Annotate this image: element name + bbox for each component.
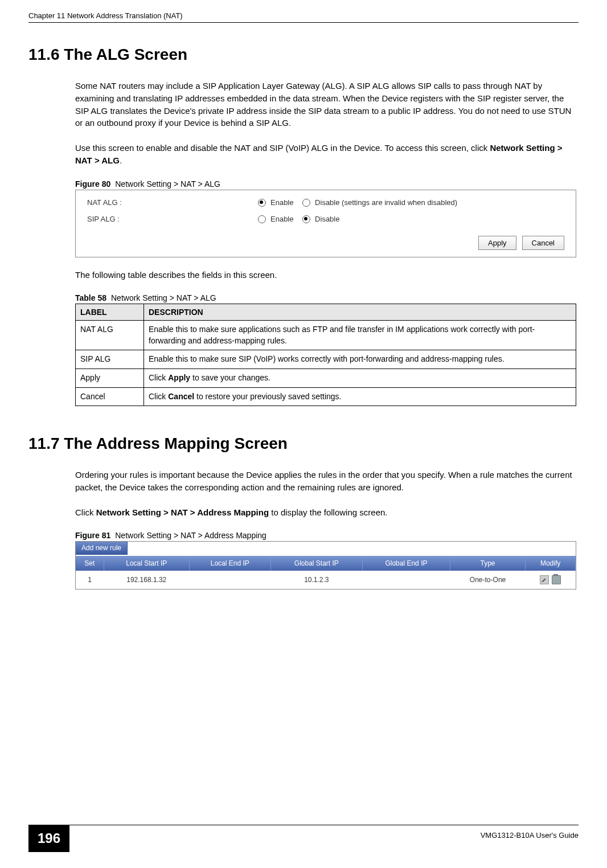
col-type: Type xyxy=(450,556,525,571)
delete-icon[interactable] xyxy=(552,575,561,584)
section-11-7-para2: Click Network Setting > NAT > Address Ma… xyxy=(75,506,579,519)
cell-global-end xyxy=(362,571,450,589)
col-set: Set xyxy=(76,556,104,571)
cell-modify xyxy=(526,571,576,589)
table-58-caption-text: Network Setting > NAT > ALG xyxy=(111,293,216,302)
cell-desc: Click Cancel to restore your previously … xyxy=(144,387,576,406)
section-11-7-para1: Ordering your rules is important because… xyxy=(75,469,579,494)
table-row: Apply Click Apply to save your changes. xyxy=(76,369,576,388)
nat-alg-enable-radio[interactable] xyxy=(258,199,266,207)
t: Click xyxy=(149,392,168,401)
cell-label: SIP ALG xyxy=(76,350,144,369)
cell-global-start: 10.1.2.3 xyxy=(270,571,362,589)
nat-alg-disable-radio[interactable] xyxy=(302,199,310,207)
table-58-caption: Table 58Network Setting > NAT > ALG xyxy=(75,293,579,302)
table-row: Cancel Click Cancel to restore your prev… xyxy=(76,387,576,406)
cell-label: Cancel xyxy=(76,387,144,406)
nat-alg-enable-text: Enable xyxy=(270,198,293,207)
page-number: 196 xyxy=(28,825,69,852)
col-local-end: Local End IP xyxy=(189,556,270,571)
cell-local-end xyxy=(189,571,270,589)
para-pre: Click xyxy=(75,507,96,517)
table-row: NAT ALG Enable this to make sure applica… xyxy=(76,321,576,350)
sip-alg-label: SIP ALG : xyxy=(87,215,258,223)
section-11-7-title: 11.7 The Address Mapping Screen xyxy=(28,435,579,453)
figure-81: Add new rule Set Local Start IP Local En… xyxy=(75,541,576,589)
col-global-start: Global Start IP xyxy=(270,556,362,571)
section-11-6-para1: Some NAT routers may include a SIP Appli… xyxy=(75,80,579,129)
figure-81-caption-text: Network Setting > NAT > Address Mapping xyxy=(115,531,266,540)
section-11-6-para2: Use this screen to enable and disable th… xyxy=(75,142,579,167)
para-post: to display the following screen. xyxy=(269,507,387,517)
table-row: 1 192.168.1.32 10.1.2.3 One-to-One xyxy=(76,571,576,589)
col-global-end: Global End IP xyxy=(362,556,450,571)
nat-alg-label: NAT ALG : xyxy=(87,198,258,207)
section-11-6-title: 11.6 The ALG Screen xyxy=(28,46,579,64)
running-header: Chapter 11 Network Address Translation (… xyxy=(28,11,579,23)
t: to save your changes. xyxy=(190,373,270,382)
table-58-intro: The following table describes the fields… xyxy=(75,269,579,281)
cell-desc: Click Apply to save your changes. xyxy=(144,369,576,388)
page-footer: 196 VMG1312-B10A User's Guide xyxy=(0,825,607,852)
cell-desc: Enable this to make sure SIP (VoIP) work… xyxy=(144,350,576,369)
t: Apply xyxy=(168,373,190,382)
para-bold: Network Setting > NAT > Address Mapping xyxy=(96,507,269,517)
cell-local-start: 192.168.1.32 xyxy=(104,571,189,589)
guide-name: VMG1312-B10A User's Guide xyxy=(481,825,579,840)
cell-label: Apply xyxy=(76,369,144,388)
nat-alg-disable-text: Disable (settings are invalid when disab… xyxy=(315,198,457,207)
para2-post: . xyxy=(120,155,122,165)
address-mapping-table: Set Local Start IP Local End IP Global S… xyxy=(76,556,576,589)
sip-alg-row: SIP ALG : Enable Disable xyxy=(87,215,564,223)
figure-80-caption: Figure 80Network Setting > NAT > ALG xyxy=(75,179,579,189)
table-58: LABEL DESCRIPTION NAT ALG Enable this to… xyxy=(75,304,576,406)
para2-pre: Use this screen to enable and disable th… xyxy=(75,143,490,153)
th-desc: DESCRIPTION xyxy=(144,304,576,321)
sip-alg-enable-radio[interactable] xyxy=(258,215,266,223)
table-58-label: Table 58 xyxy=(75,293,106,302)
cell-set: 1 xyxy=(76,571,104,589)
th-label: LABEL xyxy=(76,304,144,321)
cell-type: One-to-One xyxy=(450,571,525,589)
cell-desc: Enable this to make sure applications su… xyxy=(144,321,576,350)
t: to restore your previously saved setting… xyxy=(194,392,341,401)
edit-icon[interactable] xyxy=(540,575,549,584)
cell-label: NAT ALG xyxy=(76,321,144,350)
cancel-button[interactable]: Cancel xyxy=(522,236,564,250)
figure-80-label: Figure 80 xyxy=(75,179,110,189)
figure-80: NAT ALG : Enable Disable (settings are i… xyxy=(75,190,576,257)
figure-81-label: Figure 81 xyxy=(75,531,110,540)
nat-alg-row: NAT ALG : Enable Disable (settings are i… xyxy=(87,198,564,207)
t: Click xyxy=(149,373,168,382)
apply-button[interactable]: Apply xyxy=(478,236,516,250)
table-row: SIP ALG Enable this to make sure SIP (Vo… xyxy=(76,350,576,369)
col-local-start: Local Start IP xyxy=(104,556,189,571)
sip-alg-enable-text: Enable xyxy=(270,215,293,223)
figure-81-caption: Figure 81Network Setting > NAT > Address… xyxy=(75,531,579,540)
sip-alg-disable-text: Disable xyxy=(315,215,339,223)
col-modify: Modify xyxy=(526,556,576,571)
figure-80-caption-text: Network Setting > NAT > ALG xyxy=(115,179,220,189)
t: Cancel xyxy=(168,392,194,401)
sip-alg-disable-radio[interactable] xyxy=(302,215,310,223)
add-new-rule-button[interactable]: Add new rule xyxy=(76,542,128,555)
